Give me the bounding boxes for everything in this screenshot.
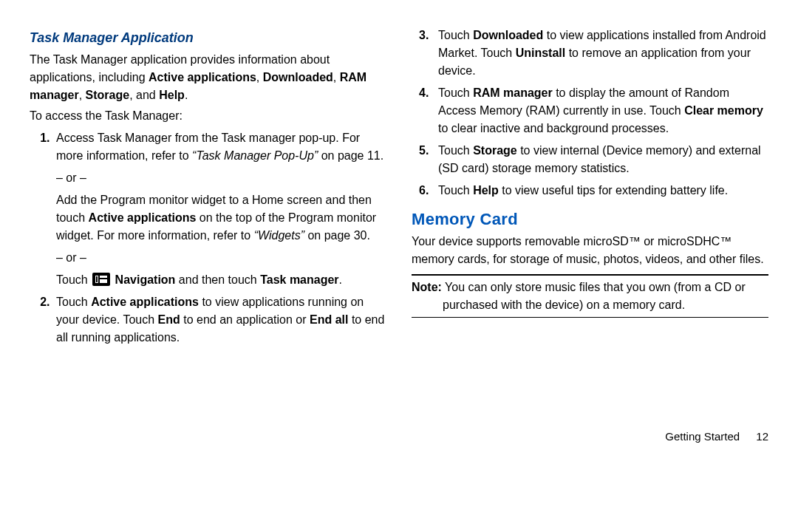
text: , xyxy=(79,89,86,101)
step-1: Access Task Manager from the Task manage… xyxy=(53,129,386,289)
navigation-icon xyxy=(92,273,110,286)
note-block: Note: You can only store music files tha… xyxy=(412,279,768,314)
bold-text: RAM manager xyxy=(473,86,553,99)
text: Touch xyxy=(56,273,91,286)
section-heading-memory-card: Memory Card xyxy=(412,207,768,231)
bold-text: Navigation xyxy=(115,273,176,286)
text: , xyxy=(256,71,263,83)
step-4: Touch RAM manager to display the amount … xyxy=(419,84,768,137)
divider xyxy=(412,317,768,318)
text: Touch xyxy=(56,296,91,308)
text: on page 30. xyxy=(307,229,370,242)
text: to end an application or xyxy=(180,313,310,326)
page-number: 12 xyxy=(756,430,768,443)
step-2: Touch Active applications to view applic… xyxy=(53,293,386,347)
or-separator: – or – xyxy=(56,169,386,187)
text: to view useful tips for extending batter… xyxy=(499,184,728,197)
text: and then touch xyxy=(175,273,260,286)
note-text: You can only store music files that you … xyxy=(442,281,746,311)
text: , xyxy=(333,71,340,83)
text: Touch xyxy=(438,86,473,99)
bold-text: Active applications xyxy=(91,296,199,308)
text: on page 11. xyxy=(318,149,383,162)
step-6: Touch Help to view useful tips for exten… xyxy=(419,182,768,200)
bold-text: Help xyxy=(473,184,499,197)
divider xyxy=(412,274,768,276)
bold-text: Active applications xyxy=(149,71,256,83)
text: Touch xyxy=(438,29,473,41)
bold-text: Uninstall xyxy=(516,47,566,59)
text: Touch xyxy=(438,144,473,157)
step-5: Touch Storage to view internal (Device m… xyxy=(419,142,768,177)
bold-text: Active applications xyxy=(89,211,197,224)
text: , and xyxy=(129,89,159,101)
text: Touch xyxy=(438,184,473,197)
xref: “Widgets” xyxy=(254,229,308,242)
bold-text: Clear memory xyxy=(684,104,763,117)
xref: “Task Manager Pop-Up” xyxy=(192,149,318,162)
intro-paragraph: The Task Manager application provides in… xyxy=(30,51,386,104)
access-line: To access the Task Manager: xyxy=(30,107,386,125)
text: . xyxy=(339,273,342,286)
bold-text: Storage xyxy=(86,89,130,101)
memory-card-intro: Your device supports removable microSD™ … xyxy=(412,233,768,268)
bold-text: End xyxy=(158,313,180,326)
page-footer: Getting Started 12 xyxy=(412,429,768,446)
or-separator: – or – xyxy=(56,249,386,267)
note-label: Note: xyxy=(412,281,442,293)
text: . xyxy=(185,89,188,101)
section-heading-task-manager: Task Manager Application xyxy=(30,28,386,48)
chapter-name: Getting Started xyxy=(665,430,740,443)
step-3: Touch Downloaded to view applications in… xyxy=(419,27,768,80)
bold-text: Downloaded xyxy=(473,29,543,41)
text: to clear inactive and background process… xyxy=(438,122,669,134)
bold-text: Downloaded xyxy=(263,71,333,83)
bold-text: End all xyxy=(310,313,348,326)
bold-text: Help xyxy=(159,89,185,101)
bold-text: Storage xyxy=(473,144,517,157)
bold-text: Task manager xyxy=(260,273,338,286)
